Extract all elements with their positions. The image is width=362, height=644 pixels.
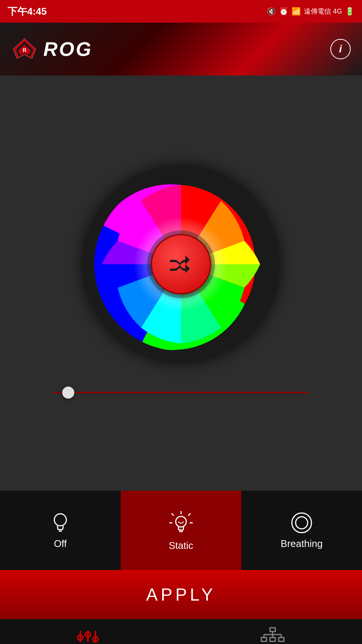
- info-icon: i: [339, 43, 342, 55]
- equalizer-icon: [77, 627, 107, 644]
- apply-label: APPLY: [146, 584, 216, 605]
- color-wheel-outer: [83, 166, 279, 362]
- svg-line-12: [188, 513, 190, 516]
- info-button[interactable]: i: [330, 39, 351, 59]
- rog-logo: R ROG: [11, 38, 92, 60]
- bottom-navigation: [0, 619, 362, 644]
- svg-text:R: R: [23, 47, 26, 53]
- status-time: 下午4:45: [8, 5, 47, 18]
- shuffle-icon: [168, 255, 194, 274]
- svg-rect-36: [261, 638, 267, 641]
- svg-point-16: [176, 516, 186, 527]
- tab-off-label: Off: [54, 538, 67, 550]
- nav-grid[interactable]: [259, 627, 286, 644]
- slider-thumb[interactable]: [62, 387, 74, 399]
- breathing-icon: [290, 512, 313, 534]
- svg-rect-37: [270, 638, 275, 641]
- lighting-mode-tabs: Off Static Breathing: [0, 491, 362, 570]
- svg-point-21: [292, 513, 311, 533]
- grid-icon: [259, 627, 286, 644]
- color-wheel-container[interactable]: [83, 166, 279, 362]
- static-icon: [168, 510, 194, 536]
- color-wheel-canvas[interactable]: [94, 177, 268, 351]
- main-content: [0, 75, 362, 491]
- nav-equalizer[interactable]: [77, 627, 107, 644]
- svg-line-14: [172, 513, 174, 516]
- tab-off[interactable]: Off: [0, 491, 121, 570]
- slider-track: [53, 392, 309, 393]
- shuffle-button[interactable]: [151, 234, 211, 294]
- carrier-label: 遠傳電信 4G: [304, 7, 342, 16]
- signal-icon: 📶: [291, 7, 301, 16]
- svg-rect-38: [279, 638, 284, 641]
- svg-line-7: [57, 526, 58, 530]
- svg-point-6: [54, 514, 66, 526]
- alarm-icon: ⏰: [279, 7, 288, 16]
- off-icon: [50, 512, 71, 534]
- svg-line-17: [178, 527, 179, 530]
- svg-rect-30: [270, 628, 275, 632]
- apply-button[interactable]: APPLY: [0, 570, 362, 619]
- status-bar: 下午4:45 🔇 ⏰ 📶 遠傳電信 4G 🔋: [0, 0, 362, 23]
- tab-breathing-label: Breathing: [281, 538, 322, 550]
- tab-static-label: Static: [169, 540, 193, 552]
- svg-point-22: [296, 517, 308, 529]
- status-icons: 🔇 ⏰ 📶 遠傳電信 4G 🔋: [267, 7, 354, 16]
- tab-static[interactable]: Static: [121, 491, 241, 570]
- mute-icon: 🔇: [267, 7, 276, 16]
- brightness-slider-container[interactable]: [53, 385, 309, 400]
- app-header: R ROG i: [0, 23, 362, 75]
- rog-title: ROG: [43, 38, 92, 60]
- rog-eagle-icon: R: [11, 38, 38, 60]
- tab-breathing[interactable]: Breathing: [241, 491, 362, 570]
- svg-line-8: [63, 526, 63, 530]
- battery-icon: 🔋: [345, 7, 354, 16]
- svg-line-18: [183, 527, 184, 530]
